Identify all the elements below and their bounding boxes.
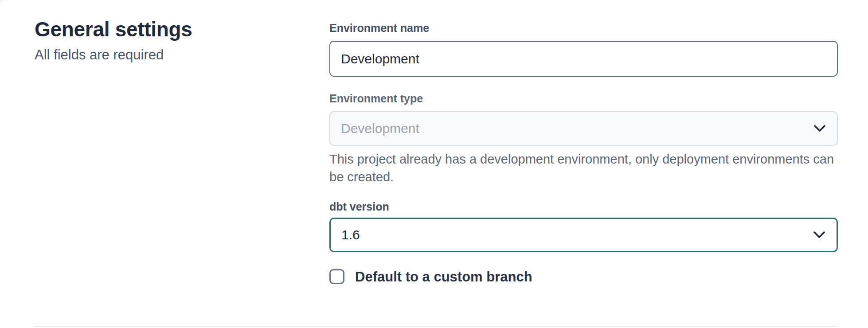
environment-type-group: Environment type Development This projec… — [329, 91, 838, 186]
environment-name-input[interactable] — [329, 41, 838, 77]
chevron-down-icon — [813, 231, 825, 238]
environment-name-label: Environment name — [329, 20, 838, 35]
custom-branch-checkbox-label: Default to a custom branch — [355, 270, 532, 284]
environment-name-group: Environment name — [329, 20, 838, 77]
environment-type-label: Environment type — [329, 91, 838, 106]
custom-branch-checkbox[interactable] — [329, 269, 344, 284]
section-header: General settings All fields are required — [35, 18, 192, 64]
section-subtitle: All fields are required — [35, 47, 192, 64]
dbt-version-group: dbt version 1.6 — [329, 199, 838, 252]
page-title: General settings — [35, 18, 192, 41]
chevron-down-icon — [814, 125, 825, 132]
dbt-version-select[interactable]: 1.6 — [329, 218, 838, 252]
general-settings-form: Environment name Environment type Develo… — [329, 20, 838, 284]
general-settings-card: General settings All fields are required… — [0, 0, 868, 328]
environment-type-value: Development — [341, 121, 419, 136]
environment-type-select[interactable]: Development — [329, 111, 838, 146]
environment-type-helper-text: This project already has a development e… — [329, 150, 844, 186]
custom-branch-checkbox-row[interactable]: Default to a custom branch — [329, 269, 838, 284]
section-divider — [35, 326, 838, 327]
dbt-version-value: 1.6 — [341, 227, 360, 242]
dbt-version-label: dbt version — [329, 199, 838, 214]
